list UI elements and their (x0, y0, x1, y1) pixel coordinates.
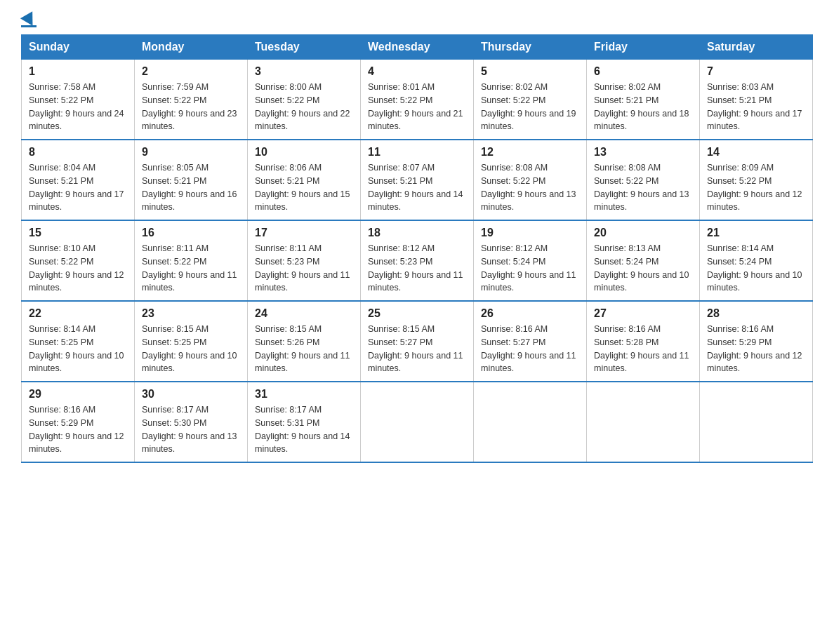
day-number: 3 (255, 65, 353, 78)
calendar-cell: 24Sunrise: 8:15 AMSunset: 5:26 PMDayligh… (248, 301, 361, 382)
calendar-cell: 17Sunrise: 8:11 AMSunset: 5:23 PMDayligh… (248, 220, 361, 301)
calendar-cell: 20Sunrise: 8:13 AMSunset: 5:24 PMDayligh… (587, 220, 700, 301)
day-info: Sunrise: 8:04 AMSunset: 5:21 PMDaylight:… (29, 161, 127, 214)
calendar-cell: 28Sunrise: 8:16 AMSunset: 5:29 PMDayligh… (700, 301, 813, 382)
calendar-cell: 14Sunrise: 8:09 AMSunset: 5:22 PMDayligh… (700, 140, 813, 220)
day-number: 29 (29, 388, 127, 401)
calendar-cell: 9Sunrise: 8:05 AMSunset: 5:21 PMDaylight… (135, 140, 248, 220)
day-number: 30 (142, 388, 240, 401)
calendar-cell: 26Sunrise: 8:16 AMSunset: 5:27 PMDayligh… (474, 301, 587, 382)
calendar-cell (361, 382, 474, 462)
day-info: Sunrise: 8:16 AMSunset: 5:29 PMDaylight:… (707, 323, 805, 375)
day-info: Sunrise: 8:14 AMSunset: 5:24 PMDaylight:… (707, 242, 805, 295)
day-info: Sunrise: 8:10 AMSunset: 5:22 PMDaylight:… (29, 242, 127, 295)
day-info: Sunrise: 8:03 AMSunset: 5:21 PMDaylight:… (707, 81, 805, 133)
day-number: 12 (481, 146, 579, 159)
calendar-cell: 10Sunrise: 8:06 AMSunset: 5:21 PMDayligh… (248, 140, 361, 220)
calendar-table: SundayMondayTuesdayWednesdayThursdayFrid… (21, 34, 813, 463)
day-number: 8 (29, 146, 127, 159)
day-info: Sunrise: 8:13 AMSunset: 5:24 PMDaylight:… (594, 242, 692, 295)
day-info: Sunrise: 8:14 AMSunset: 5:25 PMDaylight:… (29, 323, 127, 375)
day-info: Sunrise: 8:08 AMSunset: 5:22 PMDaylight:… (594, 161, 692, 214)
day-info: Sunrise: 8:09 AMSunset: 5:22 PMDaylight:… (707, 161, 805, 214)
day-info: Sunrise: 8:17 AMSunset: 5:31 PMDaylight:… (255, 403, 353, 456)
day-info: Sunrise: 8:02 AMSunset: 5:21 PMDaylight:… (594, 81, 692, 133)
day-info: Sunrise: 7:58 AMSunset: 5:22 PMDaylight:… (29, 81, 127, 133)
calendar-cell: 4Sunrise: 8:01 AMSunset: 5:22 PMDaylight… (361, 60, 474, 140)
calendar-cell (474, 382, 587, 462)
calendar-cell: 12Sunrise: 8:08 AMSunset: 5:22 PMDayligh… (474, 140, 587, 220)
day-info: Sunrise: 8:01 AMSunset: 5:22 PMDaylight:… (368, 81, 466, 133)
day-number: 15 (29, 227, 127, 239)
day-number: 22 (29, 307, 127, 320)
day-number: 10 (255, 146, 353, 159)
calendar-cell (587, 382, 700, 462)
day-info: Sunrise: 8:07 AMSunset: 5:21 PMDaylight:… (368, 161, 466, 214)
week-row-3: 15Sunrise: 8:10 AMSunset: 5:22 PMDayligh… (22, 220, 813, 301)
weekday-header-row: SundayMondayTuesdayWednesdayThursdayFrid… (22, 35, 813, 60)
calendar-cell: 22Sunrise: 8:14 AMSunset: 5:25 PMDayligh… (22, 301, 135, 382)
day-info: Sunrise: 8:15 AMSunset: 5:26 PMDaylight:… (255, 323, 353, 375)
page-header (21, 14, 813, 27)
week-row-2: 8Sunrise: 8:04 AMSunset: 5:21 PMDaylight… (22, 140, 813, 220)
week-row-4: 22Sunrise: 8:14 AMSunset: 5:25 PMDayligh… (22, 301, 813, 382)
day-number: 26 (481, 307, 579, 320)
week-row-1: 1Sunrise: 7:58 AMSunset: 5:22 PMDaylight… (22, 60, 813, 140)
day-info: Sunrise: 8:02 AMSunset: 5:22 PMDaylight:… (481, 81, 579, 133)
calendar-cell: 16Sunrise: 8:11 AMSunset: 5:22 PMDayligh… (135, 220, 248, 301)
day-info: Sunrise: 8:12 AMSunset: 5:23 PMDaylight:… (368, 242, 466, 295)
weekday-header-wednesday: Wednesday (361, 35, 474, 60)
weekday-header-saturday: Saturday (700, 35, 813, 60)
weekday-header-tuesday: Tuesday (248, 35, 361, 60)
week-row-5: 29Sunrise: 8:16 AMSunset: 5:29 PMDayligh… (22, 382, 813, 462)
day-info: Sunrise: 8:16 AMSunset: 5:27 PMDaylight:… (481, 323, 579, 375)
day-number: 19 (481, 227, 579, 239)
day-number: 27 (594, 307, 692, 320)
day-number: 4 (368, 65, 466, 78)
calendar-cell: 30Sunrise: 8:17 AMSunset: 5:30 PMDayligh… (135, 382, 248, 462)
calendar-cell: 1Sunrise: 7:58 AMSunset: 5:22 PMDaylight… (22, 60, 135, 140)
day-number: 18 (368, 227, 466, 239)
calendar-cell: 29Sunrise: 8:16 AMSunset: 5:29 PMDayligh… (22, 382, 135, 462)
weekday-header-sunday: Sunday (22, 35, 135, 60)
calendar-cell: 11Sunrise: 8:07 AMSunset: 5:21 PMDayligh… (361, 140, 474, 220)
day-number: 20 (594, 227, 692, 239)
day-info: Sunrise: 8:17 AMSunset: 5:30 PMDaylight:… (142, 403, 240, 456)
day-info: Sunrise: 8:15 AMSunset: 5:27 PMDaylight:… (368, 323, 466, 375)
day-number: 6 (594, 65, 692, 78)
day-number: 24 (255, 307, 353, 320)
calendar-cell: 7Sunrise: 8:03 AMSunset: 5:21 PMDaylight… (700, 60, 813, 140)
calendar-cell: 18Sunrise: 8:12 AMSunset: 5:23 PMDayligh… (361, 220, 474, 301)
weekday-header-monday: Monday (135, 35, 248, 60)
calendar-cell (700, 382, 813, 462)
day-number: 21 (707, 227, 805, 239)
calendar-cell: 31Sunrise: 8:17 AMSunset: 5:31 PMDayligh… (248, 382, 361, 462)
day-info: Sunrise: 8:16 AMSunset: 5:29 PMDaylight:… (29, 403, 127, 456)
calendar-cell: 25Sunrise: 8:15 AMSunset: 5:27 PMDayligh… (361, 301, 474, 382)
calendar-cell: 3Sunrise: 8:00 AMSunset: 5:22 PMDaylight… (248, 60, 361, 140)
day-number: 1 (29, 65, 127, 78)
day-info: Sunrise: 8:11 AMSunset: 5:23 PMDaylight:… (255, 242, 353, 295)
day-info: Sunrise: 8:12 AMSunset: 5:24 PMDaylight:… (481, 242, 579, 295)
day-number: 2 (142, 65, 240, 78)
calendar-cell: 2Sunrise: 7:59 AMSunset: 5:22 PMDaylight… (135, 60, 248, 140)
day-info: Sunrise: 8:06 AMSunset: 5:21 PMDaylight:… (255, 161, 353, 214)
weekday-header-thursday: Thursday (474, 35, 587, 60)
calendar-cell: 19Sunrise: 8:12 AMSunset: 5:24 PMDayligh… (474, 220, 587, 301)
day-number: 31 (255, 388, 353, 401)
logo (21, 14, 37, 27)
calendar-cell: 27Sunrise: 8:16 AMSunset: 5:28 PMDayligh… (587, 301, 700, 382)
day-number: 5 (481, 65, 579, 78)
day-number: 23 (142, 307, 240, 320)
day-number: 14 (707, 146, 805, 159)
weekday-header-friday: Friday (587, 35, 700, 60)
day-info: Sunrise: 8:15 AMSunset: 5:25 PMDaylight:… (142, 323, 240, 375)
day-number: 7 (707, 65, 805, 78)
calendar-cell: 21Sunrise: 8:14 AMSunset: 5:24 PMDayligh… (700, 220, 813, 301)
calendar-cell: 8Sunrise: 8:04 AMSunset: 5:21 PMDaylight… (22, 140, 135, 220)
calendar-cell: 6Sunrise: 8:02 AMSunset: 5:21 PMDaylight… (587, 60, 700, 140)
day-info: Sunrise: 8:16 AMSunset: 5:28 PMDaylight:… (594, 323, 692, 375)
day-number: 17 (255, 227, 353, 239)
day-number: 28 (707, 307, 805, 320)
day-number: 13 (594, 146, 692, 159)
